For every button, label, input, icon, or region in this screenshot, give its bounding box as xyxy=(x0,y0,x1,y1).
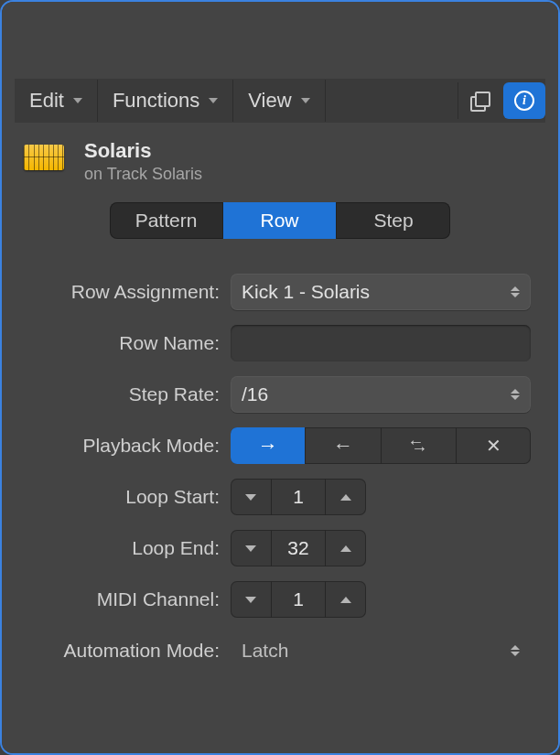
chevron-down-icon xyxy=(245,597,256,603)
midi-channel-stepper: 1 xyxy=(231,581,366,618)
loop-end-stepper: 32 xyxy=(231,530,366,566)
edit-menu-label: Edit xyxy=(29,89,64,113)
row-assignment-value: Kick 1 - Solaris xyxy=(242,281,370,303)
playback-forward-button[interactable]: → xyxy=(231,427,306,464)
chevron-up-icon xyxy=(340,494,351,501)
loop-start-label: Loop Start: xyxy=(29,486,231,508)
step-rate-popup[interactable]: /16 xyxy=(231,376,531,413)
row-name-field[interactable] xyxy=(231,325,531,361)
row-assignment-label: Row Assignment: xyxy=(29,281,231,303)
midi-channel-label: MIDI Channel: xyxy=(29,588,231,610)
loop-end-value[interactable]: 32 xyxy=(271,530,326,566)
tab-step-label: Step xyxy=(373,210,413,232)
tab-row[interactable]: Row xyxy=(223,202,337,239)
loop-start-value[interactable]: 1 xyxy=(271,479,326,515)
step-sequencer-region-icon xyxy=(24,145,64,170)
step-rate-label: Step Rate: xyxy=(29,383,231,405)
midi-channel-value[interactable]: 1 xyxy=(271,581,326,618)
functions-menu-label: Functions xyxy=(113,89,199,113)
arrow-left-icon: ← xyxy=(333,434,353,458)
chevron-down-icon xyxy=(73,98,82,103)
inspector-tabs: Pattern Row Step xyxy=(2,193,558,255)
row-assignment-popup[interactable]: Kick 1 - Solaris xyxy=(231,274,531,310)
playback-pingpong-button[interactable] xyxy=(382,427,457,464)
loop-end-increment[interactable] xyxy=(326,530,366,566)
chevron-down-icon xyxy=(301,98,310,103)
region-subtitle: on Track Solaris xyxy=(84,165,202,184)
tab-row-label: Row xyxy=(260,210,298,232)
arrows-pingpong-icon xyxy=(407,437,429,455)
region-name: Solaris xyxy=(84,139,202,163)
inspector-toggle-button[interactable]: i xyxy=(503,82,545,119)
step-rate-value: /16 xyxy=(242,383,268,405)
tab-pattern[interactable]: Pattern xyxy=(110,202,223,239)
chevron-up-icon xyxy=(340,545,351,552)
loop-start-decrement[interactable] xyxy=(231,479,271,515)
midi-channel-decrement[interactable] xyxy=(231,581,271,618)
edit-menu[interactable]: Edit xyxy=(15,80,98,122)
loop-end-decrement[interactable] xyxy=(231,530,271,566)
popup-updown-icon xyxy=(511,389,520,400)
automation-mode-popup[interactable]: Latch xyxy=(231,632,531,669)
catch-playhead-button[interactable] xyxy=(458,82,500,119)
view-menu[interactable]: View xyxy=(233,80,325,122)
view-menu-label: View xyxy=(248,89,291,113)
row-name-label: Row Name: xyxy=(29,332,231,354)
playback-mode-label: Playback Mode: xyxy=(29,435,231,457)
row-inspector-form: Row Assignment: Kick 1 - Solaris Row Nam… xyxy=(2,255,558,702)
playback-mode-segmented: → ← ✕ xyxy=(231,427,531,464)
playback-reverse-button[interactable]: ← xyxy=(306,427,381,464)
toolbar: Edit Functions View i xyxy=(15,79,545,123)
automation-mode-label: Automation Mode: xyxy=(29,640,231,662)
chevron-down-icon xyxy=(209,98,218,103)
tab-step[interactable]: Step xyxy=(337,202,450,239)
popup-updown-icon xyxy=(511,645,520,656)
catch-playhead-icon xyxy=(470,92,489,110)
tab-pattern-label: Pattern xyxy=(135,210,198,232)
shuffle-icon: ✕ xyxy=(486,435,501,457)
chevron-down-icon xyxy=(245,494,256,501)
chevron-down-icon xyxy=(245,545,256,552)
popup-updown-icon xyxy=(511,286,520,297)
functions-menu[interactable]: Functions xyxy=(98,80,233,122)
automation-mode-value: Latch xyxy=(242,640,288,662)
loop-end-label: Loop End: xyxy=(29,537,231,559)
info-icon: i xyxy=(514,91,534,111)
midi-channel-increment[interactable] xyxy=(326,581,366,618)
chevron-up-icon xyxy=(340,597,351,603)
loop-start-stepper: 1 xyxy=(231,479,366,515)
arrow-right-icon: → xyxy=(258,434,278,458)
region-header: Solaris on Track Solaris xyxy=(2,124,558,193)
loop-start-increment[interactable] xyxy=(326,479,366,515)
playback-random-button[interactable]: ✕ xyxy=(457,427,531,464)
